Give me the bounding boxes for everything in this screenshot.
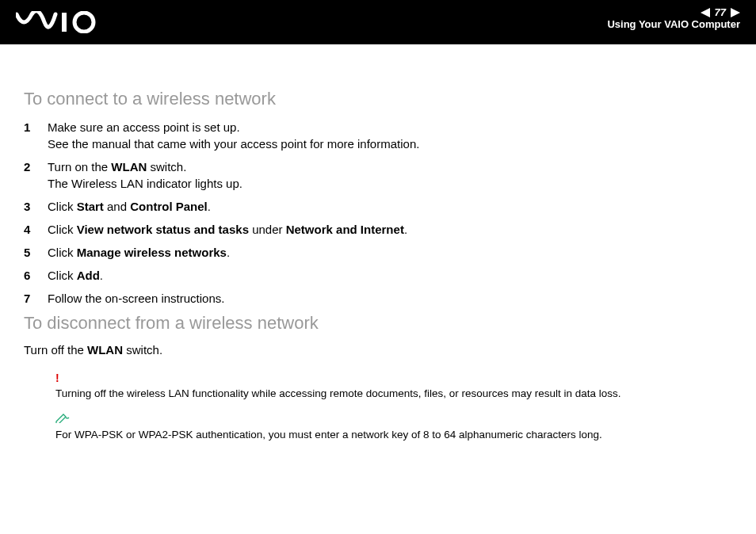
- step-number: 7: [24, 290, 48, 307]
- step-text: Turn on the WLAN switch. The Wireless LA…: [48, 158, 732, 192]
- step-text: Click Manage wireless networks.: [48, 244, 732, 261]
- next-page-icon[interactable]: [731, 8, 740, 17]
- step-number: 1: [24, 119, 48, 152]
- step-number: 2: [24, 158, 48, 192]
- step-5: 5 Click Manage wireless networks.: [24, 244, 732, 261]
- step-number: 5: [24, 244, 48, 261]
- heading-connect: To connect to a wireless network: [24, 89, 732, 109]
- warning-note: ! Turning off the wireless LAN functiona…: [55, 371, 732, 401]
- step-text: Click Add.: [48, 267, 732, 284]
- svg-point-1: [74, 13, 94, 32]
- vaio-logo: [16, 11, 103, 36]
- page-content: To connect to a wireless network 1 Make …: [0, 44, 756, 443]
- step-4: 4 Click View network status and tasks un…: [24, 221, 732, 238]
- step-number: 6: [24, 267, 48, 284]
- step-text: Click View network status and tasks unde…: [48, 221, 732, 238]
- step-number: 3: [24, 198, 48, 215]
- page-number: 77: [715, 6, 726, 18]
- prev-page-icon[interactable]: [701, 8, 710, 17]
- tip-note: For WPA-PSK or WPA2-PSK authentication, …: [55, 414, 732, 442]
- warning-text: Turning off the wireless LAN functionali…: [55, 387, 621, 399]
- step-7: 7 Follow the on-screen instructions.: [24, 290, 732, 307]
- pencil-icon: [55, 414, 70, 423]
- step-text: Follow the on-screen instructions.: [48, 290, 732, 307]
- step-text: Click Start and Control Panel.: [48, 198, 732, 215]
- disconnect-text: Turn off the WLAN switch.: [24, 343, 732, 357]
- step-text: Make sure an access point is set up. See…: [48, 119, 732, 152]
- svg-rect-0: [62, 13, 67, 32]
- step-2: 2 Turn on the WLAN switch. The Wireless …: [24, 158, 732, 192]
- warning-icon: !: [55, 371, 732, 386]
- steps-connect: 1 Make sure an access point is set up. S…: [24, 119, 732, 307]
- section-title: Using Your VAIO Computer: [607, 18, 740, 30]
- step-1: 1 Make sure an access point is set up. S…: [24, 119, 732, 152]
- step-number: 4: [24, 221, 48, 238]
- heading-disconnect: To disconnect from a wireless network: [24, 313, 732, 334]
- tip-text: For WPA-PSK or WPA2-PSK authentication, …: [55, 429, 602, 441]
- header-bar: 77 Using Your VAIO Computer: [0, 0, 756, 44]
- page-nav: 77: [607, 6, 740, 18]
- step-3: 3 Click Start and Control Panel.: [24, 198, 732, 215]
- step-6: 6 Click Add.: [24, 267, 732, 284]
